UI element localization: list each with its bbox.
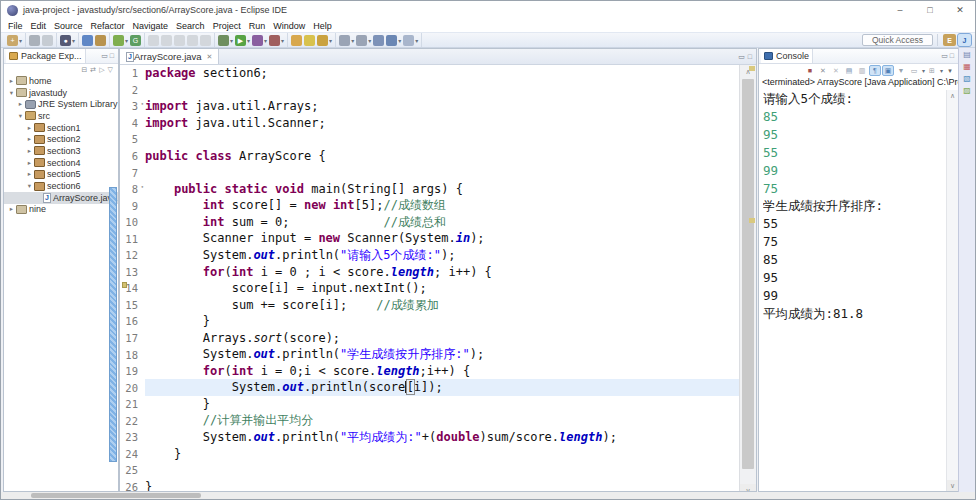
dropdown-arrow-icon[interactable]: ▾ xyxy=(351,37,354,44)
view-menu-icon[interactable]: ▾ xyxy=(944,65,956,76)
horizontal-scrollbar-thumb[interactable] xyxy=(31,493,201,498)
minimize-view-icon[interactable]: ▭ xyxy=(738,53,745,61)
twisty-icon[interactable]: ▸ xyxy=(25,147,34,155)
next-annotation-button[interactable]: ▾ xyxy=(338,35,355,46)
twisty-icon[interactable]: ▾ xyxy=(7,89,16,97)
tree-item-nine[interactable]: ▸nine xyxy=(4,204,118,216)
dropdown-arrow-icon[interactable]: ▾ xyxy=(230,37,233,44)
tree-item-src[interactable]: ▾src xyxy=(4,110,118,122)
open-task-button[interactable] xyxy=(303,35,316,46)
close-button[interactable]: ✕ xyxy=(945,1,975,19)
code-line-24[interactable]: 24 } xyxy=(120,446,739,463)
code-line-12[interactable]: 12 System.out.println("请输入5个成绩:"); xyxy=(120,247,739,264)
code-line-4[interactable]: 4import java.util.Scanner; xyxy=(120,115,739,132)
tree-item-section2[interactable]: ▸section2 xyxy=(4,133,118,145)
previous-annotation-button[interactable]: ▾ xyxy=(355,35,372,46)
menu-project[interactable]: Project xyxy=(209,21,245,31)
code-line-6[interactable]: 6public class ArrayScore { xyxy=(120,148,739,165)
menu-search[interactable]: Search xyxy=(172,21,209,31)
code-line-7[interactable]: 7 xyxy=(120,164,739,181)
menu-refactor[interactable]: Refactor xyxy=(87,21,129,31)
link-with-editor-icon[interactable]: ⇄ xyxy=(90,66,96,74)
code-line-5[interactable]: 5 xyxy=(120,131,739,148)
minimized-view-2-icon[interactable]: ▦ xyxy=(963,63,971,71)
explorer-scrollbar[interactable] xyxy=(109,187,117,462)
maximize-button[interactable]: □ xyxy=(915,1,945,19)
code-line-18[interactable]: 18 System.out.println("学生成绩按升序排序:"); xyxy=(120,346,739,363)
code-line-10[interactable]: 10 int sum = 0; //成绩总和 xyxy=(120,214,739,231)
collapse-all-icon[interactable]: ⊟ xyxy=(81,66,87,74)
run-button[interactable]: ▶▾ xyxy=(234,35,251,46)
tree-item-section1[interactable]: ▸section1 xyxy=(4,122,118,134)
dropdown-arrow-icon[interactable]: ▾ xyxy=(415,37,418,44)
maximize-view-icon[interactable]: □ xyxy=(748,53,752,61)
minimize-button[interactable]: – xyxy=(885,1,915,19)
open-folder-button[interactable] xyxy=(290,35,303,46)
tree-item-section6[interactable]: ▾section6 xyxy=(4,180,118,192)
code-line-19[interactable]: 19 for(int i = 0;i < score.length;i++) { xyxy=(120,363,739,380)
skip-breakpoints-button[interactable] xyxy=(147,35,160,46)
code-line-1[interactable]: 1package section6; xyxy=(120,65,739,82)
twisty-icon[interactable]: ▸ xyxy=(25,159,34,167)
step-return-button[interactable] xyxy=(186,35,199,46)
tab-package-explorer[interactable]: Package Exp... xyxy=(6,49,86,63)
dropdown-arrow-icon[interactable]: ▾ xyxy=(247,37,250,44)
tree-item-arrayscore-java[interactable]: JArrayScore.java xyxy=(4,192,118,204)
console-output[interactable]: 请输入5个成绩:8595559975学生成绩按升序排序:5575859599平均… xyxy=(763,90,944,491)
scroll-down-icon[interactable]: ∨ xyxy=(947,480,958,491)
tree-item-section5[interactable]: ▸section5 xyxy=(4,169,118,181)
code-line-13[interactable]: 13 for(int i = 0 ; i < score.length; i++… xyxy=(120,264,739,281)
coverage-button[interactable]: ▾ xyxy=(268,35,285,46)
minimized-view-4-icon[interactable]: ▨ xyxy=(963,87,971,95)
tree-item-section3[interactable]: ▸section3 xyxy=(4,145,118,157)
code-line-16[interactable]: 16 } xyxy=(120,313,739,330)
twisty-icon[interactable]: ▸ xyxy=(25,170,34,178)
maximize-view-icon[interactable]: □ xyxy=(110,52,114,60)
twisty-icon[interactable]: ▾ xyxy=(25,182,34,190)
minimized-view-1-icon[interactable]: ▤ xyxy=(963,51,971,59)
remote-debug-button[interactable] xyxy=(81,35,94,46)
code-line-23[interactable]: 23 System.out.println("平均成绩为:"+(double)s… xyxy=(120,429,739,446)
new-class-button[interactable]: G xyxy=(129,35,142,46)
scroll-lock-icon[interactable]: ▥ xyxy=(856,65,868,76)
twisty-icon[interactable]: ▸ xyxy=(25,135,34,143)
focus-on-active-task-icon[interactable]: ▷ xyxy=(99,66,104,74)
menu-edit[interactable]: Edit xyxy=(27,21,51,31)
maximize-view-icon[interactable]: □ xyxy=(950,52,954,60)
editor-scrollbar-thumb[interactable] xyxy=(742,79,754,469)
menu-navigate[interactable]: Navigate xyxy=(129,21,173,31)
minimized-view-3-icon[interactable]: ▧ xyxy=(963,75,971,83)
twisty-icon[interactable]: ▸ xyxy=(7,77,16,85)
tree-item-javastudy[interactable]: ▾javastudy xyxy=(4,87,118,99)
twisty-icon[interactable]: ▸ xyxy=(25,124,34,132)
display-selected-console-icon[interactable]: ▭ xyxy=(908,65,920,76)
save-all-button[interactable] xyxy=(41,35,54,46)
dropdown-arrow-icon[interactable]: ▾ xyxy=(940,67,943,74)
tree-item-section4[interactable]: ▸section4 xyxy=(4,157,118,169)
save-button[interactable] xyxy=(28,35,41,46)
forward-button[interactable]: ▾ xyxy=(402,35,419,46)
terminate-icon[interactable]: ■ xyxy=(804,65,816,76)
code-line-14[interactable]: 14 score[i] = input.nextInt(); xyxy=(120,280,739,297)
code-line-11[interactable]: 11 Scanner input = new Scanner(System.in… xyxy=(120,230,739,247)
perspective-java-icon[interactable]: J xyxy=(958,34,971,46)
launch-configuration-button[interactable]: ●▾ xyxy=(59,35,76,46)
menu-window[interactable]: Window xyxy=(269,21,309,31)
show-on-output-icon[interactable]: ▣ xyxy=(882,65,894,76)
scroll-down-icon[interactable]: ∨ xyxy=(740,484,756,491)
dropdown-arrow-icon[interactable]: ▾ xyxy=(72,37,75,44)
code-line-20[interactable]: 20 System.out.println(score[i]); xyxy=(120,379,739,396)
new-wizard-button[interactable]: +▾ xyxy=(6,35,23,46)
minimize-view-icon[interactable]: ▭ xyxy=(101,52,108,60)
code-line-15[interactable]: 15 sum += score[i]; //成绩累加 xyxy=(120,297,739,314)
dropdown-arrow-icon[interactable]: ▾ xyxy=(398,37,401,44)
profile-button[interactable]: ▾ xyxy=(251,35,268,46)
code-line-9[interactable]: 9 int score[] = new int[5];//成绩数组 xyxy=(120,197,739,214)
view-menu-icon[interactable]: ▽ xyxy=(108,66,113,74)
edit-tool-button[interactable] xyxy=(94,35,107,46)
back-button[interactable]: ▾ xyxy=(385,35,402,46)
dropdown-arrow-icon[interactable]: ▾ xyxy=(19,37,22,44)
dropdown-arrow-icon[interactable]: ▾ xyxy=(368,37,371,44)
menu-help[interactable]: Help xyxy=(309,21,336,31)
remove-launch-icon[interactable]: ✕ xyxy=(817,65,829,76)
